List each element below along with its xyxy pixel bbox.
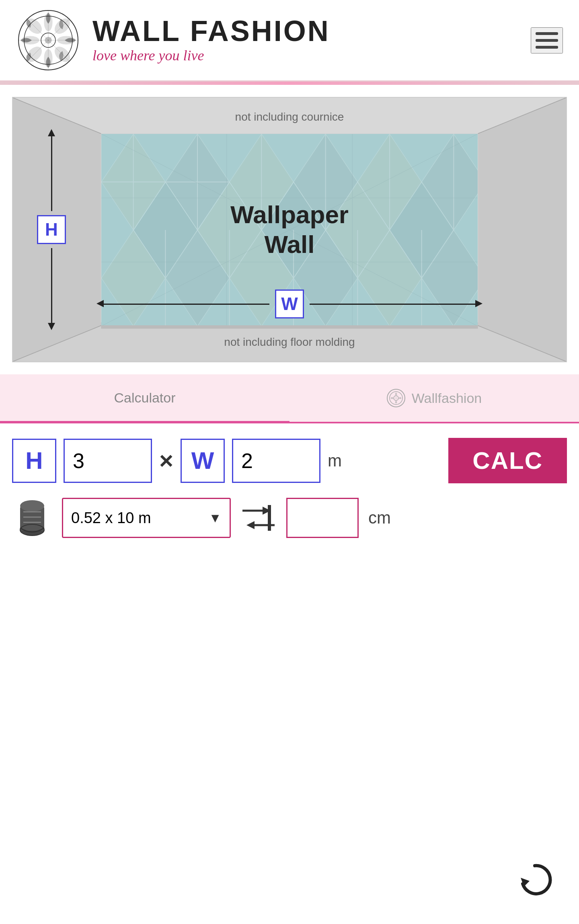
w-arrow-container: W	[101, 290, 478, 318]
roll-size-select[interactable]: 0.52 x 10 m 0.53 x 10 m 0.70 x 10 m 1.00…	[71, 509, 205, 526]
tabs-container: Calculator Wallfashion	[0, 374, 579, 423]
wallfashion-tab-icon	[387, 389, 405, 407]
height-input[interactable]	[64, 439, 152, 483]
logo-icon	[16, 8, 80, 72]
room-diagram: Wallpaper Wall not including cournice no…	[12, 97, 567, 362]
multiply-sign: ×	[159, 447, 173, 474]
h-dimension-label: H	[37, 215, 66, 244]
menu-button[interactable]	[531, 27, 563, 53]
floor-note: not including floor molding	[224, 336, 355, 349]
header: WALL FASHION love where you live	[0, 0, 579, 82]
tab-wallfashion-label: Wallfashion	[412, 390, 482, 406]
pattern-offset-icon	[240, 502, 277, 534]
wallpaper-label: Wallpaper Wall	[230, 200, 349, 260]
calc-row1: H × W m CALC	[12, 438, 567, 483]
ceiling-note: not including cournice	[235, 111, 344, 123]
svg-marker-20	[478, 98, 566, 361]
hamburger-line-2	[536, 39, 558, 42]
roll-icon	[12, 498, 52, 538]
roll-size-select-wrapper[interactable]: 0.52 x 10 m 0.53 x 10 m 0.70 x 10 m 1.00…	[62, 498, 231, 538]
header-gradient-bar	[0, 82, 579, 85]
svg-rect-64	[268, 505, 271, 531]
svg-point-57	[20, 500, 44, 511]
svg-marker-66	[246, 521, 255, 529]
brand-text: WALL FASHION love where you live	[92, 16, 330, 64]
unit-cm-label: cm	[368, 508, 391, 528]
w-box-label: W	[181, 439, 225, 483]
w-arrow-right	[310, 304, 478, 305]
calc-button[interactable]: CALC	[448, 438, 567, 483]
select-dropdown-icon: ▼	[209, 511, 222, 526]
header-left: WALL FASHION love where you live	[16, 8, 330, 72]
tab-calculator-label: Calculator	[114, 390, 175, 406]
pattern-offset-input[interactable]	[286, 498, 359, 538]
brand-name: WALL FASHION	[92, 16, 330, 45]
h-arrow-down	[51, 248, 52, 325]
calc-row2: 0.52 x 10 m 0.53 x 10 m 0.70 x 10 m 1.00…	[12, 498, 567, 538]
h-arrow-container: H	[37, 134, 66, 325]
brand-tagline: love where you live	[92, 47, 330, 64]
h-box-label: H	[12, 439, 56, 483]
refresh-button[interactable]	[515, 860, 555, 900]
tab-calculator[interactable]: Calculator	[0, 374, 290, 423]
width-input[interactable]	[232, 439, 320, 483]
tab-wallfashion[interactable]: Wallfashion	[290, 374, 579, 422]
h-arrow-up	[51, 134, 52, 211]
calculator-section: H × W m CALC 0.52 x 10 m 0.53 x 10 m	[0, 423, 579, 552]
w-arrow-left	[101, 304, 269, 305]
unit-m-label: m	[328, 451, 342, 470]
hamburger-line-1	[536, 32, 558, 35]
refresh-icon	[517, 862, 553, 898]
w-dimension-label: W	[275, 290, 304, 318]
hamburger-line-3	[536, 46, 558, 49]
